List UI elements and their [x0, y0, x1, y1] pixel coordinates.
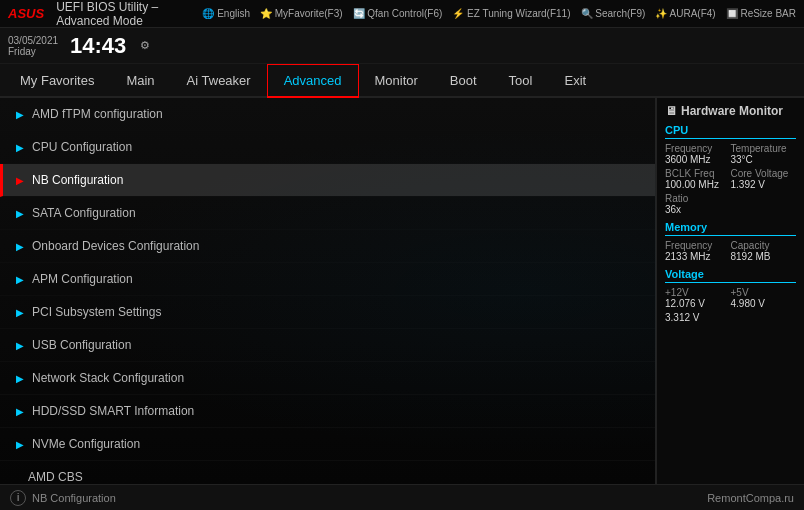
nav-favorites[interactable]: My Favorites	[4, 64, 110, 98]
menu-label: Onboard Devices Configuration	[32, 239, 199, 253]
myfavorite-link[interactable]: ⭐ MyFavorite(F3)	[260, 8, 343, 19]
mem-cap-value: 8192 MB	[731, 251, 797, 262]
menu-item-hdd-smart[interactable]: ▶HDD/SSD SMART Information	[0, 395, 655, 428]
nav-monitor[interactable]: Monitor	[359, 64, 434, 98]
v12-label: +12V	[665, 287, 731, 298]
menu-item-nb-config[interactable]: ▶NB Configuration	[0, 164, 655, 197]
cpu-voltage-label: Core Voltage	[731, 168, 797, 179]
mem-freq-value: 2133 MHz	[665, 251, 731, 262]
menu-label: CPU Configuration	[32, 140, 132, 154]
menu-arrow-icon: ▶	[16, 307, 24, 318]
cpu-section-title: CPU	[665, 124, 796, 139]
voltage-5v: +5V 4.980 V	[731, 287, 797, 309]
top-bar-links: 🌐 English⭐ MyFavorite(F3)🔄 Qfan Control(…	[202, 8, 796, 19]
cpu-ratio: Ratio 36x	[665, 193, 796, 215]
bios-title: UEFI BIOS Utility – Advanced Mode	[56, 0, 194, 28]
menu-item-usb-config[interactable]: ▶USB Configuration	[0, 329, 655, 362]
menu-item-nvme-config[interactable]: ▶NVMe Configuration	[0, 428, 655, 461]
hw-monitor-title: 🖥 Hardware Monitor	[665, 104, 796, 118]
menu-arrow-icon: ▶	[16, 109, 24, 120]
menu-label: APM Configuration	[32, 272, 133, 286]
mem-row: Frequency 2133 MHz Capacity 8192 MB	[665, 240, 796, 262]
menu-arrow-icon: ▶	[16, 406, 24, 417]
cpu-bclk-row: BCLK Freq 100.00 MHz Core Voltage 1.392 …	[665, 168, 796, 190]
menu-label: PCI Subsystem Settings	[32, 305, 161, 319]
datetime-bar: 03/05/2021 Friday 14:43 ⚙	[0, 28, 804, 64]
menu-item-cpu-config[interactable]: ▶CPU Configuration	[0, 131, 655, 164]
asus-logo: ASUS	[8, 6, 44, 21]
menu-item-amd-ftpm[interactable]: ▶AMD fTPM configuration	[0, 98, 655, 131]
v12-value: 12.076 V	[665, 298, 731, 309]
mem-freq-label: Frequency	[665, 240, 731, 251]
info-icon: i	[10, 490, 26, 506]
menu-item-onboard-devices[interactable]: ▶Onboard Devices Configuration	[0, 230, 655, 263]
menu-item-apm-config[interactable]: ▶APM Configuration	[0, 263, 655, 296]
status-bar: i NB Configuration RemontCompa.ru	[0, 484, 804, 510]
settings-gear-icon[interactable]: ⚙	[140, 39, 150, 52]
menu-label: NVMe Configuration	[32, 437, 140, 451]
datetime-left: 03/05/2021 Friday	[8, 35, 58, 57]
cpu-temp-value: 33°C	[731, 154, 797, 165]
memory-section-title: Memory	[665, 221, 796, 236]
top-bar: ASUS UEFI BIOS Utility – Advanced Mode 🌐…	[0, 0, 804, 28]
cpu-core-voltage: Core Voltage 1.392 V	[731, 168, 797, 190]
menu-item-sata-config[interactable]: ▶SATA Configuration	[0, 197, 655, 230]
nav-main[interactable]: Main	[110, 64, 170, 98]
cpu-ratio-row: Ratio 36x	[665, 193, 796, 215]
voltage-row: +12V 12.076 V +5V 4.980 V	[665, 287, 796, 309]
menu-label: HDD/SSD SMART Information	[32, 404, 194, 418]
nav-bar: My FavoritesMainAi TweakerAdvancedMonito…	[0, 64, 804, 98]
menu-item-network-stack[interactable]: ▶Network Stack Configuration	[0, 362, 655, 395]
menu-arrow-icon: ▶	[16, 340, 24, 351]
mem-capacity: Capacity 8192 MB	[731, 240, 797, 262]
cpu-bclk-label: BCLK Freq	[665, 168, 731, 179]
menu-item-amd-cbs[interactable]: AMD CBS	[0, 461, 655, 484]
menu-arrow-icon: ▶	[16, 274, 24, 285]
cpu-bclk-value: 100.00 MHz	[665, 179, 731, 190]
menu-arrow-icon: ▶	[16, 142, 24, 153]
language-link[interactable]: 🌐 English	[202, 8, 250, 19]
cpu-temperature: Temperature 33°C	[731, 143, 797, 165]
v5-label: +5V	[731, 287, 797, 298]
menu-label: SATA Configuration	[32, 206, 136, 220]
ez-tuning-link[interactable]: ⚡ EZ Tuning Wizard(F11)	[452, 8, 570, 19]
status-text: NB Configuration	[32, 492, 116, 504]
nav-boot[interactable]: Boot	[434, 64, 493, 98]
menu-arrow-icon: ▶	[16, 373, 24, 384]
cpu-ratio-value: 36x	[665, 204, 796, 215]
mem-cap-label: Capacity	[731, 240, 797, 251]
search-link[interactable]: 🔍 Search(F9)	[581, 8, 646, 19]
cpu-ratio-label: Ratio	[665, 193, 796, 204]
hardware-monitor-panel: 🖥 Hardware Monitor CPU Frequency 3600 MH…	[656, 98, 804, 484]
cpu-temp-label: Temperature	[731, 143, 797, 154]
voltage-12v: +12V 12.076 V	[665, 287, 731, 309]
nav-ai-tweaker[interactable]: Ai Tweaker	[171, 64, 267, 98]
cpu-bclk: BCLK Freq 100.00 MHz	[665, 168, 731, 190]
menu-label: AMD fTPM configuration	[32, 107, 163, 121]
menu-label: Network Stack Configuration	[32, 371, 184, 385]
menu-arrow-icon: ▶	[16, 208, 24, 219]
resize-bar-link[interactable]: 🔲 ReSize BAR	[726, 8, 796, 19]
time-display: 14:43	[70, 35, 126, 57]
v3-value: 3.312 V	[665, 312, 796, 323]
menu-label: USB Configuration	[32, 338, 131, 352]
menu-label: NB Configuration	[32, 173, 123, 187]
mem-frequency: Frequency 2133 MHz	[665, 240, 731, 262]
main-area: ▶AMD fTPM configuration▶CPU Configuratio…	[0, 98, 804, 484]
cpu-freq-value: 3600 MHz	[665, 154, 731, 165]
menu-label: AMD CBS	[28, 470, 83, 484]
date-display: 03/05/2021	[8, 35, 58, 46]
day-display: Friday	[8, 46, 58, 57]
menu-item-pci-subsystem[interactable]: ▶PCI Subsystem Settings	[0, 296, 655, 329]
voltage-3v-row: 3.312 V	[665, 312, 796, 323]
aura-link[interactable]: ✨ AURA(F4)	[655, 8, 715, 19]
voltage-section-title: Voltage	[665, 268, 796, 283]
cpu-voltage-value: 1.392 V	[731, 179, 797, 190]
menu-arrow-icon: ▶	[16, 439, 24, 450]
nav-tool[interactable]: Tool	[493, 64, 549, 98]
cpu-freq-label: Frequency	[665, 143, 731, 154]
nav-advanced[interactable]: Advanced	[267, 64, 359, 98]
nav-exit[interactable]: Exit	[548, 64, 602, 98]
watermark: RemontCompa.ru	[707, 492, 794, 504]
qfan-link[interactable]: 🔄 Qfan Control(F6)	[353, 8, 443, 19]
